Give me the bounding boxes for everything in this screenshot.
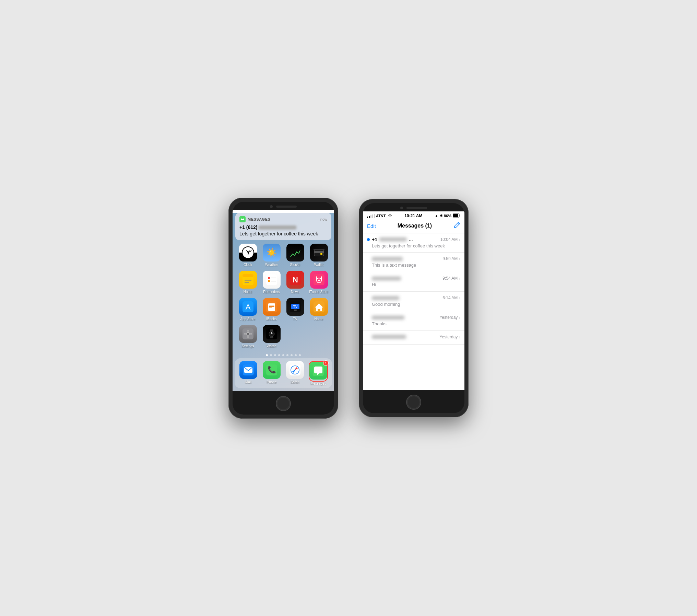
status-right: ▲ ✱ 86% [435,213,460,218]
sender-5-blurred [372,316,404,319]
weather-icon: ☀️ [263,244,281,261]
dot-1 [266,354,268,356]
phone2-home-button[interactable] [406,395,421,410]
app-tv[interactable]: TV TV [284,298,306,321]
message-list: +1 ... 10:04 AM › Lets get together for … [363,233,464,345]
news-label: News [291,290,299,294]
safari-label: Safari [291,380,299,384]
sender-4 [367,296,442,300]
dot-9 [299,354,301,356]
message-row-2[interactable]: 9:59 AM › This is a text message [363,253,464,272]
message-row-3[interactable]: 9:54 AM › Hi [363,272,464,292]
app-reminders[interactable]: Reminders [261,271,283,294]
dock-phone[interactable]: 📞 Phone [261,361,283,385]
svg-text:N: N [293,276,298,284]
msg-time-3: 9:54 AM › [442,276,460,281]
status-bar: AT&T 10:21 AM ▲ ✱ 86% [363,211,464,220]
svg-rect-20 [321,276,322,280]
message-row-6[interactable]: Yesterday › [363,331,464,345]
svg-rect-21 [316,276,317,280]
chevron-icon-5: › [459,315,460,320]
reminders-icon [263,271,281,289]
phone-top-bar [233,202,334,210]
app-empty-1 [284,325,306,348]
app-itunes[interactable]: iTunes Store [308,271,330,294]
dock-safari[interactable]: Safari [284,361,306,385]
app-weather[interactable]: ☀️ Weather [261,244,283,267]
app-news[interactable]: N News [284,271,306,294]
phone-1: MESSAGES now +1 (612) Lets get together … [228,198,338,419]
nav-title: Messages (1) [398,223,432,229]
svg-rect-25 [268,303,275,311]
speaker-grille [276,206,297,208]
svg-rect-27 [269,306,274,307]
dock-messages[interactable]: 1 Messages [307,361,329,385]
ibooks-icon [263,298,281,316]
message-row-4[interactable]: 6:14 AM › Good morning [363,292,464,311]
msg-time-5: Yesterday › [439,315,460,320]
notif-phone-number: +1 (612) [239,224,327,230]
tv-label: TV [293,317,297,321]
mail-label: Mail [245,380,251,384]
stocks-icon [286,244,304,261]
watch-icon [263,325,281,343]
app-clock[interactable]: Clock [237,244,259,267]
location-icon: ▲ [435,214,438,218]
chevron-icon-3: › [459,276,460,281]
svg-rect-31 [294,310,297,311]
phone-2: AT&T 10:21 AM ▲ ✱ 86% [359,199,469,417]
app-wallet[interactable]: Wallet [308,244,330,267]
svg-point-11 [268,280,270,282]
notification-banner[interactable]: MESSAGES now +1 (612) Lets get together … [235,213,331,240]
dock: Mail 📞 Phone [235,358,332,388]
stocks-label: Stocks [290,263,300,267]
svg-rect-9 [266,274,277,285]
messages-app-icon-notif [239,216,246,222]
app-row-2: Notes [236,271,331,294]
svg-rect-39 [247,336,248,338]
sender-6 [367,335,439,339]
message-row-1[interactable]: +1 ... 10:04 AM › Lets get together for … [363,233,464,253]
msg-preview-3: Hi [367,282,460,288]
msg-time-4: 6:14 AM › [442,295,460,301]
app-ibooks[interactable]: iBooks [261,298,283,321]
phone-icon: 📞 [263,361,281,379]
ibooks-label: iBooks [266,317,276,321]
home-screen: MESSAGES now +1 (612) Lets get together … [233,210,334,391]
sender-2 [367,257,442,261]
chevron-icon-4: › [459,295,460,301]
phone2-speaker [406,207,427,209]
svg-rect-41 [250,333,252,334]
app-notes[interactable]: Notes [237,271,259,294]
compose-button[interactable] [453,222,460,230]
app-grid: Clock ☀️ Weather Stocks [233,244,334,348]
msg-time-6: Yesterday › [439,334,460,340]
msg-time-2: 9:59 AM › [442,256,460,261]
svg-rect-5 [243,274,253,277]
app-watch[interactable]: Watch [261,325,283,348]
status-left: AT&T [367,213,392,218]
sender-2-blurred [372,257,403,261]
svg-text:A: A [245,303,250,311]
svg-rect-1 [314,251,324,253]
message-row-5[interactable]: Yesterday › Thanks [363,311,464,331]
home-button[interactable] [276,396,291,411]
tv-icon: TV [286,298,304,316]
sender-3-blurred [372,277,401,280]
msg-time-1: 10:04 AM › [440,237,460,242]
messages-label: Messages [310,382,326,385]
app-empty-2 [308,325,330,348]
dock-mail[interactable]: Mail [237,361,259,385]
sender-1: +1 ... [367,237,440,242]
app-home[interactable]: Home [308,298,330,321]
app-appstore[interactable]: A App Store [237,298,259,321]
app-stocks[interactable]: Stocks [284,244,306,267]
svg-rect-40 [244,333,246,334]
svg-line-63 [458,223,459,224]
msg-preview-4: Good morning [367,302,460,307]
status-time: 10:21 AM [404,213,422,218]
app-settings[interactable]: Settings [237,325,259,348]
svg-text:📞: 📞 [268,365,276,374]
sender-5 [367,316,439,319]
edit-button[interactable]: Edit [367,223,376,229]
